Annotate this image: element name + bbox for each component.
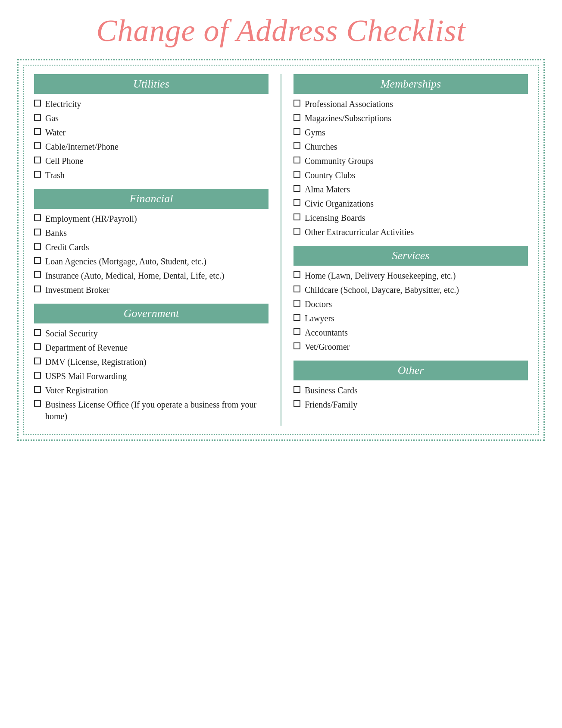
page-title: Change of Address Checklist — [17, 13, 545, 49]
item-text: Business Cards — [305, 385, 528, 396]
item-text: Lawyers — [305, 313, 528, 324]
checkbox[interactable] — [293, 199, 300, 206]
list-item[interactable]: DMV (License, Registration) — [34, 356, 269, 368]
item-text: Gyms — [305, 127, 528, 138]
item-text: Childcare (School, Daycare, Babysitter, … — [305, 284, 528, 296]
item-text: Community Groups — [305, 155, 528, 167]
item-text: Doctors — [305, 298, 528, 310]
checkbox[interactable] — [34, 343, 41, 350]
services-header: Services — [293, 246, 528, 266]
list-item[interactable]: Churches — [293, 141, 528, 153]
list-item[interactable]: Licensing Boards — [293, 212, 528, 224]
list-item[interactable]: Magazines/Subscriptions — [293, 113, 528, 124]
checkbox[interactable] — [293, 213, 300, 220]
checkbox[interactable] — [34, 100, 41, 107]
list-item[interactable]: Cell Phone — [34, 155, 269, 167]
checkbox[interactable] — [34, 257, 41, 264]
list-item[interactable]: Social Security — [34, 328, 269, 339]
list-item[interactable]: Alma Maters — [293, 184, 528, 195]
checkbox[interactable] — [34, 128, 41, 135]
item-text: Accountants — [305, 327, 528, 339]
checkbox[interactable] — [293, 342, 300, 349]
checkbox[interactable] — [34, 358, 41, 364]
checkbox[interactable] — [293, 114, 300, 121]
checkbox[interactable] — [34, 171, 41, 178]
list-item[interactable]: Home (Lawn, Delivery Housekeeping, etc.) — [293, 270, 528, 282]
list-item[interactable]: Department of Revenue — [34, 342, 269, 354]
item-text: Employment (HR/Payroll) — [45, 213, 269, 225]
checkbox[interactable] — [34, 243, 41, 250]
checkbox[interactable] — [293, 100, 300, 107]
list-item[interactable]: Professional Associations — [293, 98, 528, 110]
list-item[interactable]: Lawyers — [293, 313, 528, 324]
checkbox[interactable] — [34, 400, 41, 407]
list-item[interactable]: Community Groups — [293, 155, 528, 167]
item-text: Country Clubs — [305, 169, 528, 181]
checkbox[interactable] — [293, 286, 300, 292]
list-item[interactable]: Country Clubs — [293, 169, 528, 181]
checkbox[interactable] — [34, 114, 41, 121]
left-column: Utilities Electricity Gas Water Cable/In… — [34, 74, 281, 426]
list-item[interactable]: Other Extracurricular Activities — [293, 226, 528, 238]
checkbox[interactable] — [34, 271, 41, 278]
list-item[interactable]: Civic Organizations — [293, 198, 528, 210]
checkbox[interactable] — [293, 157, 300, 163]
list-item[interactable]: Vet/Groomer — [293, 341, 528, 353]
checkbox[interactable] — [293, 185, 300, 192]
list-item[interactable]: Loan Agencies (Mortgage, Auto, Student, … — [34, 256, 269, 267]
checkbox[interactable] — [34, 386, 41, 393]
item-text: Other Extracurricular Activities — [305, 226, 528, 238]
list-item[interactable]: Gas — [34, 113, 269, 124]
list-item[interactable]: Investment Broker — [34, 284, 269, 296]
item-text: Professional Associations — [305, 98, 528, 110]
checkbox[interactable] — [293, 328, 300, 335]
checkbox[interactable] — [293, 314, 300, 321]
checkbox[interactable] — [34, 329, 41, 336]
item-text: Magazines/Subscriptions — [305, 113, 528, 124]
list-item[interactable]: Electricity — [34, 98, 269, 110]
memberships-header: Memberships — [293, 74, 528, 94]
list-item[interactable]: Business Cards — [293, 385, 528, 396]
inner-border: Utilities Electricity Gas Water Cable/In… — [23, 65, 539, 435]
list-item[interactable]: Employment (HR/Payroll) — [34, 213, 269, 225]
list-item[interactable]: Business License Office (If you operate … — [34, 399, 269, 422]
financial-header: Financial — [34, 189, 269, 209]
list-item[interactable]: Credit Cards — [34, 242, 269, 253]
memberships-list: Professional Associations Magazines/Subs… — [293, 98, 528, 238]
checkbox[interactable] — [34, 157, 41, 163]
checkbox[interactable] — [34, 286, 41, 292]
list-item[interactable]: USPS Mail Forwarding — [34, 370, 269, 382]
list-item[interactable]: Voter Registration — [34, 385, 269, 396]
list-item[interactable]: Banks — [34, 227, 269, 239]
list-item[interactable]: Insurance (Auto, Medical, Home, Dental, … — [34, 270, 269, 282]
item-text: Social Security — [45, 328, 269, 339]
list-item[interactable]: Accountants — [293, 327, 528, 339]
list-item[interactable]: Water — [34, 127, 269, 138]
checkbox[interactable] — [293, 128, 300, 135]
list-item[interactable]: Gyms — [293, 127, 528, 138]
item-text: Gas — [45, 113, 269, 124]
item-text: USPS Mail Forwarding — [45, 370, 269, 382]
checkbox[interactable] — [34, 372, 41, 379]
checkbox[interactable] — [293, 300, 300, 307]
services-list: Home (Lawn, Delivery Housekeeping, etc.)… — [293, 270, 528, 353]
checkbox[interactable] — [293, 142, 300, 149]
list-item[interactable]: Doctors — [293, 298, 528, 310]
checkbox[interactable] — [34, 214, 41, 221]
item-text: Insurance (Auto, Medical, Home, Dental, … — [45, 270, 269, 282]
list-item[interactable]: Trash — [34, 169, 269, 181]
checkbox[interactable] — [293, 228, 300, 235]
item-text: Alma Maters — [305, 184, 528, 195]
checkbox[interactable] — [293, 386, 300, 393]
item-text: Business License Office (If you operate … — [45, 399, 269, 422]
list-item[interactable]: Cable/Internet/Phone — [34, 141, 269, 153]
list-item[interactable]: Childcare (School, Daycare, Babysitter, … — [293, 284, 528, 296]
checkbox[interactable] — [293, 271, 300, 278]
list-item[interactable]: Friends/Family — [293, 399, 528, 411]
checkbox[interactable] — [34, 142, 41, 149]
checkbox[interactable] — [293, 171, 300, 178]
item-text: Credit Cards — [45, 242, 269, 253]
checkbox[interactable] — [293, 400, 300, 407]
item-text: Civic Organizations — [305, 198, 528, 210]
checkbox[interactable] — [34, 229, 41, 235]
